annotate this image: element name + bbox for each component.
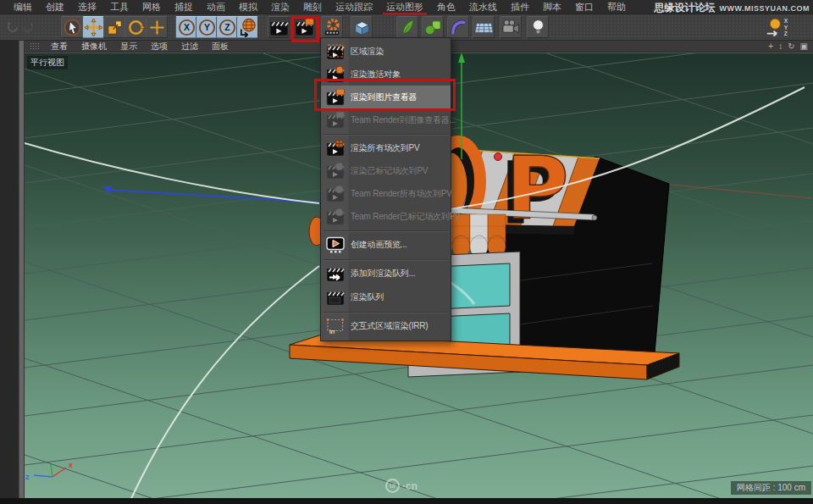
last-tool-button[interactable]	[146, 16, 168, 38]
viewport-menu-view[interactable]: 查看	[44, 41, 75, 53]
pan-view-icon[interactable]: +	[768, 41, 773, 52]
panel-splitter[interactable]	[19, 41, 25, 504]
add-to-render-queue-icon	[325, 265, 346, 282]
coordinate-system-button[interactable]	[236, 16, 258, 38]
render-active-object-icon	[325, 66, 346, 83]
team-render-all-takes-icon	[325, 186, 346, 202]
z-axis-lock-button[interactable]: Z	[216, 16, 238, 38]
render-menu-item-render-to-picture-viewer[interactable]: 渲染到图片查看器	[321, 86, 451, 108]
menu-item-motion-tracker[interactable]: 运动跟踪	[329, 0, 379, 14]
left-dock-rail	[0, 41, 19, 504]
grip-icon[interactable]	[30, 42, 41, 50]
render-menu-item-team-render-to-pv[interactable]: Team Render到图像查看器...	[321, 108, 451, 131]
render-menu-item-render-active-objects[interactable]: 渲染激活对象	[321, 63, 451, 86]
menu-item-window[interactable]: 窗口	[568, 0, 600, 14]
x-axis-icon: X	[177, 18, 196, 37]
redo-icon	[20, 19, 36, 35]
camera-button[interactable]	[500, 16, 522, 38]
menu-item-snap[interactable]: 捕捉	[168, 0, 200, 14]
render-menu-item-team-render-marked-takes-to-pv[interactable]: Team Render已标记场次到PV	[321, 205, 451, 228]
menu-item-help[interactable]: 帮助	[600, 0, 633, 14]
deformer-button[interactable]	[447, 16, 469, 38]
add-primitive-cube-button[interactable]	[351, 16, 373, 38]
zoom-view-icon[interactable]: ↕	[778, 41, 783, 52]
render-menu-item-render-marked-takes-to-pv[interactable]: 渲染已标记场次到PV	[321, 159, 451, 182]
subdivision-surface-button[interactable]	[422, 16, 444, 38]
menu-item-script[interactable]: 脚本	[536, 0, 568, 14]
maximize-view-icon[interactable]: ▣	[800, 41, 808, 52]
viewport-menu-display[interactable]: 显示	[113, 41, 144, 53]
scale-icon	[105, 18, 124, 37]
scale-tool-button[interactable]	[103, 16, 125, 38]
move-tool-button[interactable]	[82, 16, 104, 38]
spline-pen-button[interactable]	[396, 16, 418, 38]
viewport-menu-options[interactable]: 选项	[144, 41, 174, 53]
floor-grid-icon	[474, 18, 494, 37]
redo-button[interactable]	[17, 16, 39, 38]
menu-item-sculpt[interactable]: 雕刻	[296, 0, 329, 14]
menu-item-select[interactable]: 选择	[71, 0, 103, 14]
watermark-cjk-text: 思缘设计论坛	[655, 1, 716, 15]
bend-curve-icon	[449, 18, 468, 37]
axis-widget-icon: X Y Z	[765, 16, 795, 38]
live-selection-button[interactable]	[61, 16, 83, 38]
render-menu-item-render-all-takes-to-pv[interactable]: 渲染所有场次到PV	[321, 136, 451, 159]
menu-item-simulate[interactable]: 模拟	[232, 0, 264, 14]
menu-item-edit[interactable]: 编辑	[7, 0, 39, 14]
render-menu-item-add-to-render-queue[interactable]: 添加到渲染队列...	[321, 262, 451, 285]
watermark-url-text: WWW.MISSYUAN.COM	[720, 4, 810, 13]
light-bulb-icon	[528, 18, 548, 37]
edit-render-settings-button[interactable]	[321, 16, 343, 38]
site-watermark: 思缘设计论坛 WWW.MISSYUAN.COM	[655, 1, 810, 15]
menu-item-plugins[interactable]: 插件	[504, 0, 536, 14]
ui-cn-watermark: UI ·cn	[385, 479, 418, 493]
rotate-view-icon[interactable]: ↻	[788, 41, 794, 52]
globe-icon	[238, 18, 257, 37]
x-axis-lock-button[interactable]: X	[175, 16, 197, 38]
light-button[interactable]	[527, 16, 549, 38]
svg-text:Z: Z	[224, 22, 230, 32]
render-to-picture-viewer-button[interactable]	[293, 16, 315, 38]
view-label: 平行视图	[27, 56, 68, 69]
render-view-button[interactable]	[268, 16, 290, 38]
render-picture-viewer-icon	[295, 19, 314, 36]
rotate-tool-button[interactable]	[124, 16, 147, 38]
viewport-menu-filter[interactable]: 过滤	[174, 41, 205, 53]
menu-item-character[interactable]: 角色	[430, 0, 462, 14]
awning-bar-cap	[592, 215, 597, 220]
menu-item-mograph[interactable]: 运动图形	[379, 0, 430, 14]
team-render-pv-icon	[325, 112, 346, 129]
render-picture-viewer-icon	[325, 89, 346, 106]
render-menu-item-team-render-all-takes-to-pv[interactable]: Team Render所有场次到PV	[321, 182, 451, 205]
render-settings-gear-icon	[323, 18, 342, 37]
menu-item-create[interactable]: 创建	[39, 0, 71, 14]
render-clapperboard-icon	[269, 19, 289, 36]
viewport-menu-panel[interactable]: 面板	[205, 41, 235, 53]
axis-cross-icon	[148, 19, 166, 36]
menu-item-tools[interactable]: 工具	[103, 0, 136, 14]
team-render-marked-takes-icon	[325, 208, 346, 225]
svg-text:X: X	[183, 22, 189, 32]
render-menu-item-render-queue[interactable]: 渲染队列	[321, 285, 451, 309]
render-menu-item-interactive-region-render[interactable]: irr 交互式区域渲染(IRR)	[321, 314, 451, 338]
menu-item-pipeline[interactable]: 流水线	[462, 0, 504, 14]
menu-item-render[interactable]: 渲染	[264, 0, 296, 14]
rotate-icon	[126, 18, 146, 37]
render-queue-icon	[325, 289, 346, 306]
cinema4d-window: 编辑 创建 选择 工具 网格 捕捉 动画 模拟 渲染 雕刻 运动跟踪 运动图形 …	[0, 0, 813, 504]
render-menu-item-make-preview[interactable]: 创建动画预览...	[321, 233, 451, 257]
selection-arrow-icon	[63, 18, 82, 37]
axis-display-widget[interactable]: X Y Z	[764, 16, 796, 38]
render-menu-item-region-render[interactable]: 区域渲染	[321, 40, 451, 63]
svg-text:X: X	[784, 18, 788, 24]
menu-item-mesh[interactable]: 网格	[136, 0, 168, 14]
menu-item-animate[interactable]: 动画	[200, 0, 232, 14]
viewport-menu-cameras[interactable]: 摄像机	[75, 41, 113, 53]
ui-watermark-suffix: ·cn	[402, 480, 418, 492]
camera-icon	[501, 18, 521, 37]
region-render-icon	[325, 43, 346, 60]
floor-button[interactable]	[473, 16, 495, 38]
make-preview-icon	[325, 236, 346, 253]
red-handle-ball[interactable]	[495, 153, 502, 161]
y-axis-lock-button[interactable]: Y	[196, 16, 218, 38]
